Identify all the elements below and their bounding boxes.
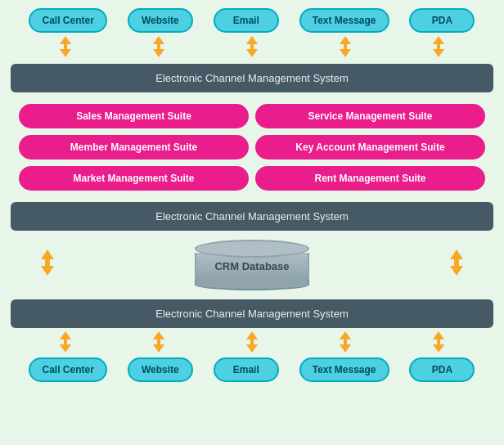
crm-section: CRM Database [11, 232, 493, 298]
svg-marker-30 [340, 331, 351, 339]
ecms-bar-middle: Electronic Channel Management System [11, 202, 493, 231]
svg-rect-2 [64, 43, 67, 50]
top-channel-pda: PDA [409, 8, 475, 33]
ecms-bar-bottom: Electronic Channel Management System [11, 299, 493, 328]
bottom-arrows-row [11, 330, 493, 357]
top-arrows-row [11, 34, 493, 62]
top-channel-email: Email [214, 8, 279, 33]
db-top [195, 240, 309, 258]
top-arrow-3 [219, 34, 285, 62]
svg-marker-33 [433, 331, 444, 339]
bottom-channel-call-center: Call Center [29, 357, 106, 382]
svg-marker-15 [41, 249, 54, 259]
svg-marker-6 [246, 36, 258, 44]
bottom-channel-email: Email [214, 357, 279, 382]
svg-marker-16 [41, 266, 54, 276]
svg-marker-28 [246, 344, 258, 353]
bottom-channel-website: Website [128, 357, 193, 382]
svg-rect-23 [64, 339, 67, 345]
svg-marker-7 [246, 49, 258, 57]
crm-left-arrow [27, 248, 68, 283]
top-channel-call-center: Call Center [29, 8, 106, 33]
bottom-channel-row: Call Center Website Email Text Message P… [11, 357, 493, 382]
top-arrow-4 [313, 34, 378, 62]
suite-key-account: Key Account Management Suite [255, 135, 485, 160]
bottom-channel-pda: PDA [409, 357, 475, 382]
suite-sales: Sales Management Suite [19, 104, 249, 128]
svg-rect-17 [45, 258, 50, 267]
top-channel-row: Call Center Website Email Text Message P… [11, 8, 493, 33]
svg-marker-3 [153, 36, 164, 44]
bottom-arrow-5 [406, 330, 471, 357]
suite-member: Member Management Suite [19, 135, 249, 160]
svg-marker-18 [450, 249, 463, 259]
svg-rect-5 [157, 43, 160, 50]
svg-rect-35 [437, 339, 440, 345]
svg-marker-34 [433, 344, 444, 353]
bottom-arrow-3 [219, 330, 285, 357]
suite-service: Service Management Suite [255, 104, 485, 128]
svg-rect-20 [454, 258, 459, 267]
svg-rect-29 [250, 339, 254, 345]
suite-rent: Rent Management Suite [255, 166, 485, 191]
svg-marker-22 [60, 344, 71, 353]
svg-marker-1 [60, 49, 71, 57]
svg-marker-19 [450, 266, 463, 276]
suite-grid: Sales Management Suite Service Managemen… [11, 94, 493, 200]
svg-rect-8 [250, 43, 254, 50]
top-channel-text-message: Text Message [299, 8, 389, 33]
db-bottom [195, 279, 309, 290]
svg-rect-11 [344, 43, 347, 50]
crm-right-arrow [436, 248, 477, 283]
crm-database: CRM Database [68, 240, 436, 290]
bottom-channel-text-message: Text Message [299, 357, 389, 382]
svg-marker-25 [153, 344, 164, 353]
suite-market: Market Management Suite [19, 166, 249, 191]
svg-marker-4 [153, 49, 164, 57]
bottom-arrow-4 [313, 330, 378, 357]
svg-rect-32 [344, 339, 347, 345]
crm-label: CRM Database [214, 260, 289, 272]
svg-marker-21 [60, 331, 71, 339]
svg-marker-12 [433, 36, 444, 44]
svg-marker-10 [340, 49, 351, 57]
top-arrow-5 [406, 34, 471, 62]
top-arrow-1 [33, 34, 98, 62]
bottom-arrow-1 [33, 330, 98, 357]
bottom-arrow-2 [126, 330, 191, 357]
svg-marker-31 [340, 344, 351, 353]
svg-rect-14 [437, 43, 440, 50]
svg-marker-0 [60, 36, 71, 44]
top-arrow-2 [126, 34, 191, 62]
svg-marker-13 [433, 49, 444, 57]
ecms-bar-top: Electronic Channel Management System [11, 64, 493, 92]
svg-marker-24 [153, 331, 164, 339]
svg-marker-27 [246, 331, 258, 339]
svg-rect-26 [157, 339, 160, 345]
top-channel-website: Website [128, 8, 193, 33]
svg-marker-9 [340, 36, 351, 44]
